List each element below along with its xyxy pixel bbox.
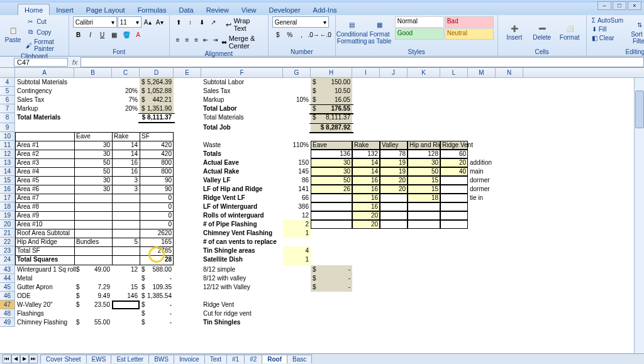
formula-bar[interactable] [80,57,644,67]
percent-button[interactable]: % [284,29,296,40]
col-header-N[interactable]: N [496,68,523,77]
cell-F9[interactable]: Total Job [201,123,283,132]
col-header-G[interactable]: G [283,68,311,77]
col-header-K[interactable]: K [408,68,440,77]
cell-F22[interactable]: # of can vents to replace [201,238,283,246]
cell-C45[interactable]: 15 [112,283,140,292]
cell-F11[interactable]: Waste [201,141,283,150]
cell-F21[interactable]: Chimney Vent Flashing [201,229,283,238]
col-header-C[interactable]: C [112,68,140,77]
cell-F49[interactable]: Tin Shingles [201,318,283,327]
sheet-tab-roof[interactable]: Roof [262,355,287,363]
currency-button[interactable]: $ [272,29,284,40]
row-header-20[interactable]: 20 [0,220,15,229]
italic-button[interactable]: I [85,29,96,40]
cell-F13[interactable]: Actual Eave [201,158,283,167]
worksheet-grid[interactable]: 4567891011121314151617181920212223244344… [0,78,644,353]
row-header-11[interactable]: 11 [0,141,15,150]
cell-F14[interactable]: Actual Rake [201,167,283,176]
tab-nav-last[interactable]: ⏭ [29,355,38,363]
row-header-43[interactable]: 43 [0,265,15,274]
cell-F20[interactable]: # of Pipe Flashing [201,220,283,229]
align-top-button[interactable]: ⬆ [174,16,184,28]
ribbon-tab-home[interactable]: Home [18,4,50,15]
cell-M15[interactable]: dormer [468,176,496,185]
col-header-J[interactable]: J [380,68,408,77]
close-button[interactable]: × [628,1,641,10]
row-header-13[interactable]: 13 [0,158,15,167]
decrease-decimal-button[interactable]: ←.0 [320,29,331,40]
sheet-tab-basc[interactable]: Basc [287,355,312,363]
orientation-button[interactable]: ↗ [208,16,218,28]
cell-G24[interactable]: 1 [283,255,311,265]
comma-button[interactable]: , [296,29,308,40]
sheet-tab-2[interactable]: #2 [244,355,262,363]
fill-button[interactable]: ⬇Fill [591,25,625,33]
insert-cells-button[interactable]: ➕Insert [502,16,527,48]
col-header-I[interactable]: I [352,68,380,77]
decrease-font-button[interactable]: A▾ [154,16,165,28]
increase-decimal-button[interactable]: .0→ [308,29,319,40]
cell-A7[interactable]: Markup [15,104,74,113]
font-name-dropdown[interactable]: Calibri▾ [73,16,117,28]
row-header-7[interactable]: 7 [0,104,15,113]
row-header-10[interactable]: 10 [0,132,15,141]
font-size-dropdown[interactable]: 11▾ [118,16,142,28]
col-header-A[interactable]: A [15,68,74,77]
col-header-H[interactable]: H [311,68,352,77]
row-header-9[interactable]: 9 [0,123,15,132]
row-header-4[interactable]: 4 [0,78,15,87]
cell-A6[interactable]: Sales Tax [15,96,74,104]
cell-F48[interactable]: Cut for ridge vent [201,309,283,318]
cell-A45[interactable]: Gutter Apron [15,283,74,292]
cell-G21[interactable]: 1 [283,229,311,238]
merge-center-button[interactable]: ⬌Merge & Center [220,34,264,50]
minimize-button[interactable]: – [597,1,611,10]
cell-F19[interactable]: Rolls of winterguard [201,211,283,220]
cell-A44[interactable]: Metal [15,274,74,283]
cut-button[interactable]: ✂Cut [25,16,65,26]
cell-A4[interactable]: Subtotal Materials [15,78,74,87]
name-box[interactable]: C47 [14,58,68,67]
style-neutral[interactable]: Neutral [445,28,494,40]
cell-M16[interactable]: dormer [468,185,496,194]
select-all-corner[interactable] [0,68,15,77]
format-cells-button[interactable]: ⬜Format [557,16,582,48]
cell-C43[interactable]: 12 [112,265,140,274]
ribbon-tab-page-layout[interactable]: Page Layout [80,4,131,15]
ribbon-tab-add-ins[interactable]: Add-Ins [307,4,343,15]
cell-A5[interactable]: Contingency [15,87,74,96]
cell-F17[interactable]: Ridge Vent LF [201,194,283,202]
conditional-formatting-button[interactable]: ▤Conditional Formatting [340,16,365,48]
row-header-19[interactable]: 19 [0,211,15,220]
delete-cells-button[interactable]: ➖Delete [530,16,555,48]
cell-G16[interactable]: 141 [283,185,311,194]
tab-nav-next[interactable]: ▶ [20,355,29,363]
row-header-12[interactable]: 12 [0,150,15,158]
ribbon-tab-developer[interactable]: Developer [262,4,306,15]
row-header-14[interactable]: 14 [0,167,15,176]
style-normal[interactable]: Normal [395,16,444,28]
fill-color-button[interactable]: 🪣 [121,29,132,40]
cell-C7[interactable]: 20% [112,104,140,113]
cell-F6[interactable]: Markup [201,96,283,104]
increase-font-button[interactable]: A▴ [142,16,153,28]
cell-G17[interactable]: 66 [283,194,311,202]
sheet-tab-ews[interactable]: EWS [86,355,112,363]
cell-F15[interactable]: Valley LF [201,176,283,185]
cell-G23[interactable]: 4 [283,246,311,255]
cell-F7[interactable]: Total Labor [201,104,283,113]
row-header-46[interactable]: 46 [0,292,15,301]
row-header-16[interactable]: 16 [0,185,15,194]
cell-G18[interactable]: 386 [283,202,311,211]
cell-A48[interactable]: Flashings [15,309,74,318]
number-format-dropdown[interactable]: General▾ [272,16,329,28]
ribbon-tab-insert[interactable]: Insert [50,4,80,15]
row-header-8[interactable]: 8 [0,113,15,123]
row-header-49[interactable]: 49 [0,318,15,327]
row-header-15[interactable]: 15 [0,176,15,185]
vertical-scrollbar[interactable] [634,78,644,353]
decrease-indent-button[interactable]: ⇤ [201,34,210,45]
paste-button[interactable]: 📋 Paste [4,16,22,53]
underline-button[interactable]: U [97,29,108,40]
